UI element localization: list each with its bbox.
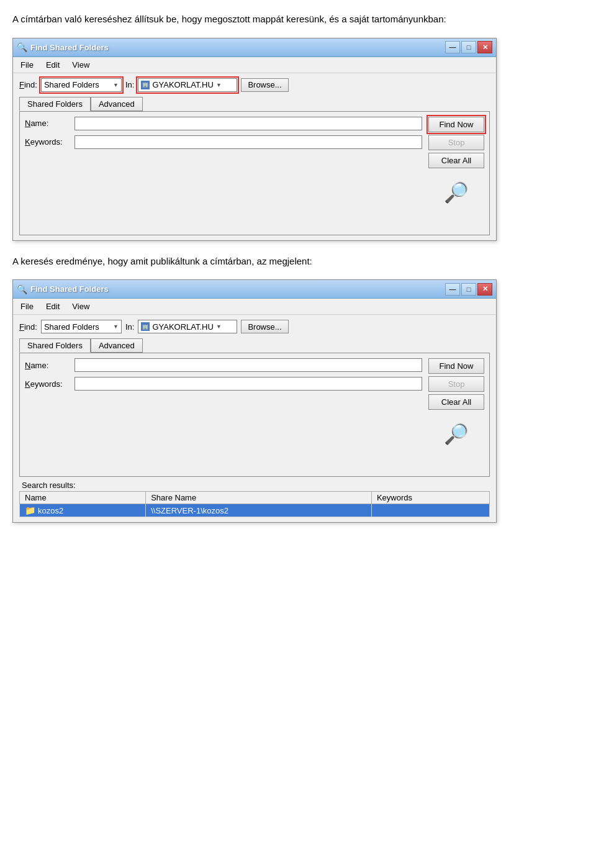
- find-combo-1[interactable]: Shared Folders ▼: [41, 78, 122, 92]
- keywords-label-1: Keywords:: [25, 137, 74, 147]
- clear-all-button-2[interactable]: Clear All: [428, 394, 484, 410]
- search-magnifier-icon-1: 🔎: [428, 181, 484, 204]
- btn-section-1: Find Now Stop Clear All 🔎: [428, 117, 484, 230]
- find-bar-1: Find: Shared Folders ▼ In: 🏢 GYAKORLAT.H…: [19, 78, 490, 92]
- in-combo-2[interactable]: 🏢 GYAKORLAT.HU ▼: [138, 320, 237, 333]
- titlebar-buttons-2: — □ ✕: [445, 283, 492, 296]
- titlebar-1: 🔍 Find Shared Folders — □ ✕: [13, 38, 496, 57]
- content-area-1: Name: Keywords: Find Now Stop Clear All …: [19, 111, 490, 235]
- col-name-header: Name: [20, 492, 146, 504]
- window-1: 🔍 Find Shared Folders — □ ✕ File Edit Vi…: [12, 38, 497, 241]
- minimize-button-1[interactable]: —: [445, 41, 460, 53]
- folder-icon: 📁kozos2: [25, 505, 63, 515]
- stop-button-2[interactable]: Stop: [428, 376, 484, 392]
- titlebar-2: 🔍 Find Shared Folders — □ ✕: [13, 280, 496, 299]
- table-row[interactable]: 📁kozos2\\SZERVER-1\kozos2: [20, 504, 490, 517]
- btn-section-2: Find Now Stop Clear All 🔎: [428, 358, 484, 471]
- tabs-bar-2: Shared Folders Advanced: [19, 338, 490, 353]
- result-name-cell: 📁kozos2: [20, 504, 146, 517]
- between-text: A keresés eredménye, hogy amit publikált…: [12, 255, 584, 269]
- maximize-button-2[interactable]: □: [461, 283, 476, 296]
- in-label-1: In:: [125, 80, 134, 89]
- name-row-1: Name:: [25, 117, 422, 130]
- clear-all-button-1[interactable]: Clear All: [428, 153, 484, 168]
- find-label-1: Find:: [19, 80, 37, 89]
- tabs-bar-1: Shared Folders Advanced: [19, 97, 490, 111]
- menu-view-1[interactable]: View: [70, 59, 92, 71]
- find-combo-arrow-1: ▼: [113, 82, 119, 88]
- search-magnifier-icon-2: 🔎: [428, 422, 484, 446]
- keywords-row-1: Keywords:: [25, 135, 422, 149]
- in-combo-arrow-2: ▼: [216, 323, 222, 330]
- minimize-button-2[interactable]: —: [445, 283, 460, 296]
- result-keywords-cell: [371, 504, 489, 517]
- window-icon-2: 🔍: [17, 284, 27, 294]
- results-header-row: Name Share Name Keywords: [20, 492, 490, 504]
- menubar-1: File Edit View: [13, 57, 496, 73]
- name-label-2: Name:: [25, 361, 74, 370]
- find-value-2: Shared Folders: [44, 322, 99, 332]
- keywords-row-2: Keywords:: [25, 377, 422, 391]
- keywords-input-1[interactable]: [74, 135, 422, 149]
- tab-advanced-2[interactable]: Advanced: [91, 338, 143, 353]
- window-icon-1: 🔍: [17, 42, 27, 52]
- find-value-1: Shared Folders: [44, 80, 99, 89]
- titlebar-left-2: 🔍 Find Shared Folders: [17, 284, 109, 294]
- content-area-2: Name: Keywords: Find Now Stop Clear All …: [19, 353, 490, 477]
- name-input-2[interactable]: [74, 358, 422, 372]
- close-button-2[interactable]: ✕: [477, 283, 492, 296]
- tab-shared-folders-2[interactable]: Shared Folders: [19, 338, 91, 353]
- find-combo-2[interactable]: Shared Folders ▼: [41, 320, 122, 333]
- result-share-cell: \\SZERVER-1\kozos2: [146, 504, 372, 517]
- find-bar-2: Find: Shared Folders ▼ In: 🏢 GYAKORLAT.H…: [19, 320, 490, 333]
- close-button-1[interactable]: ✕: [477, 41, 492, 53]
- window-2: 🔍 Find Shared Folders — □ ✕ File Edit Vi…: [12, 279, 497, 523]
- stop-button-1[interactable]: Stop: [428, 135, 484, 150]
- keywords-label-2: Keywords:: [25, 379, 74, 389]
- menu-edit-2[interactable]: Edit: [43, 301, 62, 312]
- maximize-button-1[interactable]: □: [461, 41, 476, 53]
- find-label-2: Find:: [19, 322, 37, 332]
- browse-button-2[interactable]: Browse...: [241, 320, 288, 333]
- results-label: Search results:: [19, 481, 490, 490]
- in-combo-arrow-1: ▼: [216, 82, 222, 88]
- name-input-1[interactable]: [74, 117, 422, 130]
- window-body-1: Find: Shared Folders ▼ In: 🏢 GYAKORLAT.H…: [13, 73, 496, 240]
- form-section-1: Name: Keywords:: [25, 117, 422, 230]
- window-body-2: Find: Shared Folders ▼ In: 🏢 GYAKORLAT.H…: [13, 315, 496, 522]
- window-title-1: Find Shared Folders: [30, 43, 109, 52]
- find-now-button-1[interactable]: Find Now: [428, 117, 484, 132]
- in-combo-1[interactable]: 🏢 GYAKORLAT.HU ▼: [138, 78, 237, 92]
- window-title-2: Find Shared Folders: [30, 284, 109, 294]
- name-label-1: Name:: [25, 119, 74, 128]
- menu-file-2[interactable]: File: [18, 301, 36, 312]
- form-section-2: Name: Keywords:: [25, 358, 422, 471]
- find-now-button-2[interactable]: Find Now: [428, 358, 484, 374]
- in-value-2: GYAKORLAT.HU: [152, 322, 213, 332]
- col-keywords-header: Keywords: [371, 492, 489, 504]
- menu-file-1[interactable]: File: [18, 59, 36, 71]
- domain-icon-1: 🏢: [141, 81, 150, 89]
- results-table: Name Share Name Keywords 📁kozos2\\SZERVE…: [19, 491, 490, 517]
- keywords-input-2[interactable]: [74, 377, 422, 391]
- tab-advanced-1[interactable]: Advanced: [91, 97, 143, 111]
- name-row-2: Name:: [25, 358, 422, 372]
- menu-edit-1[interactable]: Edit: [43, 59, 62, 71]
- intro-text: A címtárban való kereséshez állítsuk be,…: [12, 12, 584, 27]
- domain-icon-2: 🏢: [141, 322, 150, 331]
- find-combo-arrow-2: ▼: [113, 323, 119, 330]
- browse-button-1[interactable]: Browse...: [241, 78, 288, 92]
- tab-shared-folders-1[interactable]: Shared Folders: [19, 97, 91, 111]
- col-share-header: Share Name: [146, 492, 372, 504]
- titlebar-left-1: 🔍 Find Shared Folders: [17, 42, 109, 52]
- second-window-container: 🔍 Find Shared Folders — □ ✕ File Edit Vi…: [12, 279, 584, 523]
- in-label-2: In:: [125, 322, 134, 332]
- titlebar-buttons-1: — □ ✕: [445, 41, 492, 53]
- menubar-2: File Edit View: [13, 299, 496, 315]
- menu-view-2[interactable]: View: [70, 301, 92, 312]
- in-value-1: GYAKORLAT.HU: [152, 80, 213, 89]
